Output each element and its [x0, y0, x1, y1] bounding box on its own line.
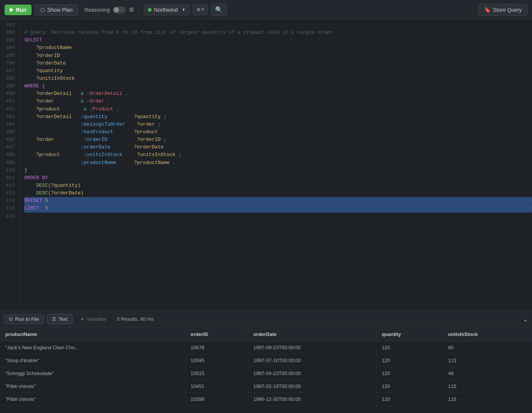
table-cell: 120: [376, 367, 443, 380]
header-row: productNameorderIDorderDatequantityunits…: [0, 328, 532, 341]
results-info: 5 Results, 60 ms: [117, 316, 154, 322]
run-to-file-label: Run to File: [15, 316, 39, 322]
circle-icon: ⊙: [9, 316, 13, 322]
table-cell: 10398: [185, 393, 248, 406]
code-content[interactable]: # Query: Retrieve records from 6 to 10 f…: [20, 20, 532, 311]
line-numbers: 3913923933943953963973983994004014024034…: [0, 20, 20, 311]
bookmark-icon: 🔖: [484, 6, 491, 13]
table-cell: 120: [376, 341, 443, 354]
column-header-orderID: orderID: [185, 328, 248, 341]
play-icon: [10, 8, 14, 12]
search-button[interactable]: 🔍: [211, 3, 227, 16]
bottom-panel: ⊙ Run to File ☰ Text ✦ Visualize 5 Resul…: [0, 311, 532, 413]
table-cell: 115: [443, 393, 532, 406]
column-header-unitsInStock: unitsInStock: [443, 328, 532, 341]
table-cell: 49: [443, 367, 532, 380]
run-button[interactable]: Run: [5, 5, 32, 15]
store-query-label: Store Query: [493, 7, 522, 13]
column-header-quantity: quantity: [376, 328, 443, 341]
column-header-orderDate: orderDate: [248, 328, 376, 341]
reasoning-area: Reasoning ⚙: [84, 6, 134, 13]
text-label: Text: [59, 316, 68, 322]
table-cell: 10451: [185, 380, 248, 393]
table-cell: "Pâté chinois": [0, 380, 185, 393]
layers-icon: ⊞: [197, 6, 200, 13]
table-header: productNameorderIDorderDatequantityunits…: [0, 328, 532, 341]
plan-icon: ⬡: [40, 7, 45, 13]
table-cell: "Jack's New England Clam Cho...: [0, 341, 185, 354]
table-cell: 120: [376, 354, 443, 367]
table-cell: 1996-12-30T00:00:00: [248, 393, 376, 406]
visualize-label: Visualize: [87, 316, 106, 322]
gear-icon: ⚙: [129, 6, 134, 13]
expand-button[interactable]: ⌄: [522, 315, 528, 323]
table-cell: "Schoggi Schokolade": [0, 367, 185, 380]
table-cell: 1997-09-23T00:00:00: [248, 341, 376, 354]
text-icon: ☰: [52, 317, 56, 322]
table-cell: "Pâté chinois": [0, 393, 185, 406]
table-cell: 1997-04-23T00:00:00: [248, 367, 376, 380]
table-row: "Sirop d'érable"105951997-07-10T00:00:00…: [0, 354, 532, 367]
db-name: Northwind: [154, 7, 178, 13]
gear-button[interactable]: ⚙: [129, 6, 134, 13]
visualize-icon: ✦: [80, 316, 84, 322]
chevron-down-icon-2: ▼: [201, 8, 204, 12]
toolbar: Run ⬡ Show Plan Reasoning ⚙ Northwind ▼ …: [0, 0, 532, 20]
reasoning-toggle[interactable]: [113, 6, 126, 13]
table-cell: 120: [376, 380, 443, 393]
table-cell: 1997-07-10T00:00:00: [248, 354, 376, 367]
table-cell: 1997-02-19T00:00:00: [248, 380, 376, 393]
search-icon: 🔍: [215, 6, 223, 13]
chevron-down-icon-3: ⌄: [522, 315, 528, 323]
show-plan-button[interactable]: ⬡ Show Plan: [35, 4, 78, 16]
column-header-productName: productName: [0, 328, 185, 341]
run-to-file-button[interactable]: ⊙ Run to File: [4, 314, 44, 324]
show-plan-label: Show Plan: [47, 7, 73, 13]
divider: [139, 5, 139, 15]
db-selector[interactable]: Northwind ▼: [144, 5, 190, 15]
db-status-dot: [148, 8, 152, 12]
table-cell: 115: [443, 380, 532, 393]
table-cell: 10595: [185, 354, 248, 367]
table-row: "Schoggi Schokolade"105151997-04-23T00:0…: [0, 367, 532, 380]
run-label: Run: [16, 7, 26, 13]
table-cell: 85: [443, 341, 532, 354]
visualize-button[interactable]: ✦ Visualize: [76, 314, 111, 324]
table-cell: 10678: [185, 341, 248, 354]
table-cell: 120: [376, 393, 443, 406]
bottom-toolbar: ⊙ Run to File ☰ Text ✦ Visualize 5 Resul…: [0, 311, 532, 328]
table-cell: 113: [443, 354, 532, 367]
text-button[interactable]: ☰ Text: [47, 314, 73, 324]
code-editor[interactable]: 3913923933943953963973983994004014024034…: [0, 20, 532, 311]
layers-button[interactable]: ⊞ ▼: [193, 4, 208, 15]
reasoning-label: Reasoning: [84, 7, 110, 13]
table-row: "Pâté chinois"103981996-12-30T00:00:0012…: [0, 393, 532, 406]
table-row: "Pâté chinois"104511997-02-19T00:00:0012…: [0, 380, 532, 393]
chevron-down-icon: ▼: [182, 8, 185, 12]
table-cell: "Sirop d'érable": [0, 354, 185, 367]
table-body: "Jack's New England Clam Cho...106781997…: [0, 341, 532, 406]
results-table[interactable]: productNameorderIDorderDatequantityunits…: [0, 328, 532, 413]
data-table: productNameorderIDorderDatequantityunits…: [0, 328, 532, 406]
table-cell: 10515: [185, 367, 248, 380]
store-query-button[interactable]: 🔖 Store Query: [478, 4, 527, 16]
table-row: "Jack's New England Clam Cho...106781997…: [0, 341, 532, 354]
